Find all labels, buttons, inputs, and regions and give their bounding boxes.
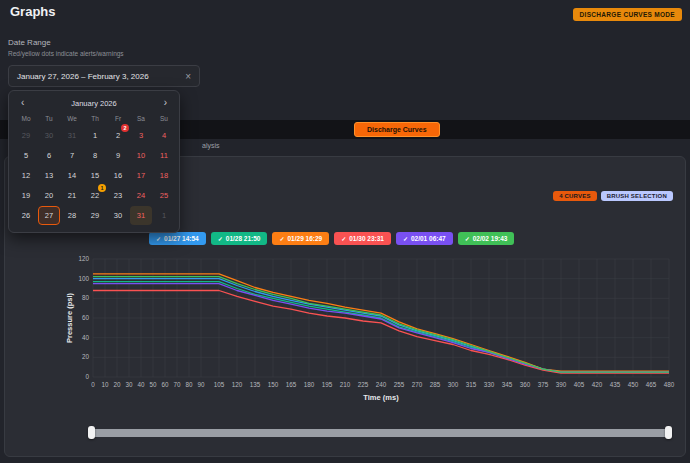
svg-text:270: 270	[412, 381, 423, 388]
svg-text:30: 30	[125, 381, 133, 388]
svg-text:150: 150	[268, 381, 279, 388]
svg-text:70: 70	[173, 381, 181, 388]
svg-text:345: 345	[502, 381, 513, 388]
calendar-day[interactable]: 14	[61, 166, 83, 185]
svg-text:480: 480	[664, 381, 675, 388]
calendar-day[interactable]: 29	[15, 126, 37, 145]
calendar-day[interactable]: 20	[38, 186, 60, 205]
discharge-curves-mode-badge[interactable]: DISCHARGE CURVES MODE	[573, 8, 682, 21]
calendar-day[interactable]: 27	[38, 206, 60, 225]
svg-text:405: 405	[574, 381, 585, 388]
weekday-row: MoTuWeThFrSaSu	[9, 112, 179, 126]
date-range-input[interactable]: January 27, 2026 – February 3, 2026 ×	[8, 65, 200, 87]
curve-chip-label: 01/29 16:29	[288, 235, 323, 242]
calendar-day[interactable]: 26	[15, 206, 37, 225]
calendar-day[interactable]: 221	[84, 186, 106, 205]
svg-text:80: 80	[82, 294, 90, 301]
calendar-day[interactable]: 31	[61, 126, 83, 145]
calendar-day[interactable]: 30	[107, 206, 129, 225]
svg-text:315: 315	[466, 381, 477, 388]
check-icon: ✓	[341, 235, 346, 242]
brush-slider-track[interactable]	[89, 429, 671, 437]
check-icon: ✓	[218, 235, 223, 242]
calendar-day[interactable]: 19	[15, 186, 37, 205]
calendar-day[interactable]: 31	[130, 206, 152, 225]
calendar-popup: ‹ January 2026 › MoTuWeThFrSaSu 29303112…	[8, 90, 180, 233]
pressure-chart: 0102030405060708090105120135150165180195…	[63, 253, 675, 405]
calendar-day[interactable]: 21	[61, 186, 83, 205]
svg-text:435: 435	[610, 381, 621, 388]
calendar-day[interactable]: 25	[153, 186, 175, 205]
calendar-day[interactable]: 7	[61, 146, 83, 165]
slider-handle-right[interactable]	[665, 426, 672, 439]
svg-text:105: 105	[214, 381, 225, 388]
svg-text:Pressure (psi): Pressure (psi)	[65, 292, 74, 343]
calendar-day[interactable]: 9	[107, 146, 129, 165]
calendar-day[interactable]: 11	[153, 146, 175, 165]
calendar-day[interactable]: 28	[61, 206, 83, 225]
calendar-day[interactable]: 8	[84, 146, 106, 165]
curve-chip-label: 02/02 19:43	[473, 235, 508, 242]
calendar-day[interactable]: 15	[84, 166, 106, 185]
svg-text:0: 0	[91, 381, 95, 388]
check-icon: ✓	[465, 235, 470, 242]
calendar-day-grid: 2930311223456789101112131415161718192021…	[9, 126, 179, 225]
svg-text:120: 120	[232, 381, 243, 388]
svg-text:60: 60	[82, 314, 90, 321]
svg-text:10: 10	[101, 381, 109, 388]
svg-text:100: 100	[78, 275, 89, 282]
calendar-day[interactable]: 18	[153, 166, 175, 185]
weekday-label: Sa	[130, 112, 152, 126]
slider-handle-left[interactable]	[88, 426, 95, 439]
calendar-day[interactable]: 5	[15, 146, 37, 165]
tab-discharge-curves[interactable]: Discharge Curves	[354, 122, 440, 137]
alert-dot-badge: 2	[121, 124, 129, 132]
calendar-day[interactable]: 29	[84, 206, 106, 225]
calendar-day[interactable]: 1	[84, 126, 106, 145]
curve-chip[interactable]: ✓02/02 19:43	[458, 232, 515, 245]
svg-text:60: 60	[161, 381, 169, 388]
curve-chip[interactable]: ✓01/29 16:29	[272, 232, 329, 245]
curve-legend: ✓01/27 14:54✓01/28 21:50✓01/29 16:29✓01/…	[149, 227, 519, 245]
curve-chip[interactable]: ✓01/28 21:50	[211, 232, 268, 245]
subtitle-fragment: alysis	[202, 142, 220, 149]
calendar-day[interactable]: 6	[38, 146, 60, 165]
weekday-label: We	[61, 112, 83, 126]
calendar-day[interactable]: 30	[38, 126, 60, 145]
prev-month-icon[interactable]: ‹	[19, 98, 26, 108]
calendar-day[interactable]: 1	[153, 206, 175, 225]
next-month-icon[interactable]: ›	[162, 98, 169, 108]
calendar-day[interactable]: 22	[107, 126, 129, 145]
curve-chip[interactable]: ✓02/01 06:47	[396, 232, 453, 245]
calendar-day[interactable]: 24	[130, 186, 152, 205]
clear-icon[interactable]: ×	[185, 71, 191, 82]
svg-text:135: 135	[250, 381, 261, 388]
graphs-page: Graphs DISCHARGE CURVES MODE Date Range …	[0, 0, 690, 463]
curve-chip-label: 01/28 21:50	[226, 235, 261, 242]
check-icon: ✓	[403, 235, 408, 242]
calendar-day[interactable]: 4	[153, 126, 175, 145]
curve-chip-label: 01/30 23:31	[349, 235, 384, 242]
brush-selection-badge[interactable]: BRUSH SELECTION	[601, 191, 673, 201]
calendar-month-label[interactable]: January 2026	[71, 99, 116, 108]
curve-chip[interactable]: ✓01/30 23:31	[334, 232, 391, 245]
svg-text:210: 210	[340, 381, 351, 388]
calendar-day[interactable]: 17	[130, 166, 152, 185]
check-icon: ✓	[279, 235, 284, 242]
svg-text:Time (ms): Time (ms)	[363, 393, 399, 402]
calendar-day[interactable]: 16	[107, 166, 129, 185]
weekday-label: Su	[153, 112, 175, 126]
calendar-day[interactable]: 23	[107, 186, 129, 205]
calendar-day[interactable]: 12	[15, 166, 37, 185]
calendar-day[interactable]: 3	[130, 126, 152, 145]
badge-row: 4 CURVES BRUSH SELECTION	[553, 191, 673, 201]
svg-text:40: 40	[137, 381, 145, 388]
calendar-day[interactable]: 10	[130, 146, 152, 165]
calendar-day[interactable]: 13	[38, 166, 60, 185]
weekday-label: Tu	[38, 112, 60, 126]
svg-text:80: 80	[185, 381, 193, 388]
curve-chip[interactable]: ✓01/27 14:54	[149, 232, 206, 245]
svg-text:165: 165	[286, 381, 297, 388]
svg-text:330: 330	[484, 381, 495, 388]
svg-text:390: 390	[556, 381, 567, 388]
